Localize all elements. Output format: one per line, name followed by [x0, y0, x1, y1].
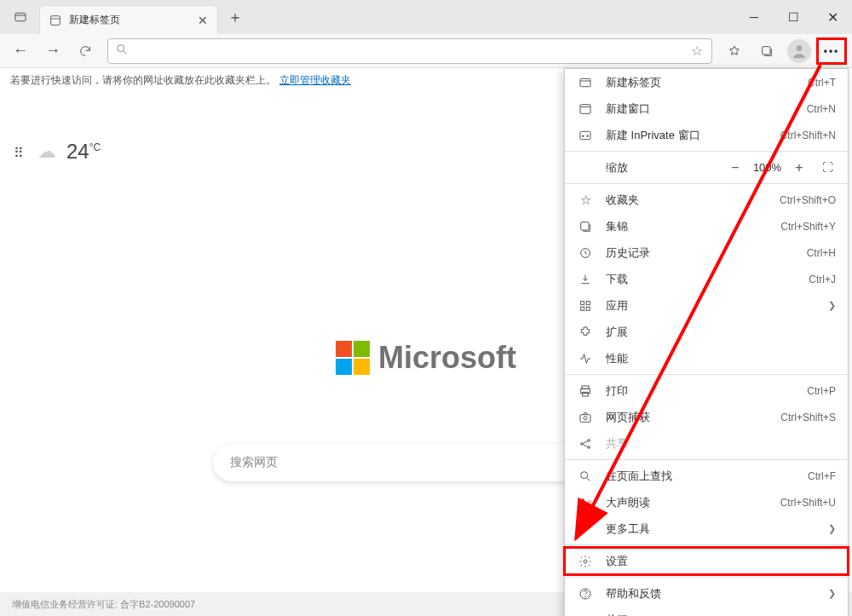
svg-rect-6: [580, 104, 590, 113]
favorite-star-icon[interactable]: ☆: [688, 43, 706, 59]
menu-new-inprivate[interactable]: 新建 InPrivate 窗口 Ctrl+Shift+N: [565, 122, 848, 148]
menu-favorites[interactable]: ☆ 收藏夹 Ctrl+Shift+O: [565, 187, 848, 213]
share-icon: [577, 435, 594, 452]
manage-favorites-link[interactable]: 立即管理收藏夹: [279, 73, 351, 88]
overflow-menu: 新建标签页 Ctrl+T 新建窗口 Ctrl+N 新建 InPrivate 窗口…: [564, 68, 849, 616]
profile-avatar[interactable]: [787, 39, 811, 63]
address-bar[interactable]: ☆: [107, 38, 712, 64]
menu-performance[interactable]: 性能: [565, 345, 848, 371]
page-icon: [49, 14, 62, 27]
settings-menu-button[interactable]: •••: [816, 37, 847, 65]
svg-rect-3: [763, 46, 770, 54]
svg-point-23: [588, 446, 590, 448]
camera-icon: [577, 409, 594, 426]
browser-tab[interactable]: 新建标签页 ✕: [39, 5, 218, 34]
download-icon: [577, 271, 594, 288]
back-button[interactable]: ←: [5, 37, 36, 65]
svg-rect-14: [581, 307, 584, 310]
refresh-button[interactable]: [70, 37, 101, 65]
menu-read-aloud[interactable]: A)) 大声朗读 Ctrl+Shift+U: [565, 489, 848, 515]
svg-rect-12: [581, 301, 584, 304]
svg-rect-5: [580, 78, 590, 86]
microsoft-logo-icon: [336, 341, 370, 375]
menu-zoom-row: 缩放 − 100% + ⛶: [565, 154, 848, 181]
fullscreen-button[interactable]: ⛶: [819, 161, 836, 174]
minimize-button[interactable]: ─: [734, 0, 774, 34]
chevron-right-icon: ❯: [828, 300, 836, 311]
inprivate-icon: [577, 127, 594, 144]
menu-help[interactable]: 帮助和反馈 ❯: [565, 580, 848, 607]
menu-new-tab[interactable]: 新建标签页 Ctrl+T: [565, 69, 848, 95]
svg-rect-1: [51, 15, 60, 25]
tab-actions-button[interactable]: [7, 3, 34, 31]
apps-icon: [577, 297, 594, 314]
menu-downloads[interactable]: 下载 Ctrl+J: [565, 266, 848, 292]
gear-icon: [577, 553, 594, 570]
menu-web-capture[interactable]: 网页捕获 Ctrl+Shift+S: [565, 404, 848, 430]
menu-apps[interactable]: 应用 ❯: [565, 292, 848, 319]
collections-icon: [577, 218, 594, 235]
search-placeholder: 搜索网页: [230, 455, 278, 470]
zoom-value: 100%: [748, 161, 786, 174]
weather-widget[interactable]: ⠿ ☁ 24°C: [14, 140, 101, 164]
performance-icon: [577, 350, 594, 367]
svg-rect-13: [586, 301, 590, 304]
svg-rect-0: [15, 13, 26, 20]
svg-point-21: [581, 442, 584, 445]
menu-close-edge[interactable]: 关闭 Microsoft Edge: [565, 607, 848, 616]
menu-share: 共享: [565, 430, 848, 457]
svg-rect-19: [580, 414, 590, 422]
weather-cloud-icon: ☁: [37, 141, 56, 163]
read-aloud-icon: A)): [577, 494, 594, 511]
chevron-right-icon: ❯: [828, 523, 836, 534]
favorites-hint-text: 若要进行快速访问，请将你的网址收藏放在此收藏夹栏上。: [10, 73, 276, 88]
svg-rect-18: [583, 392, 589, 396]
maximize-button[interactable]: ☐: [774, 0, 813, 34]
license-text: 增值电信业务经营许可证: 合字B2-20090007: [12, 598, 195, 611]
tab-title: 新建标签页: [69, 13, 195, 27]
extensions-icon: [577, 324, 594, 341]
search-icon: [113, 43, 130, 60]
menu-new-window[interactable]: 新建窗口 Ctrl+N: [565, 95, 848, 122]
find-icon: [577, 468, 594, 485]
favorites-button[interactable]: [719, 37, 750, 65]
zoom-label: 缩放: [606, 160, 722, 176]
apps-grid-icon[interactable]: ⠿: [14, 145, 27, 158]
forward-button[interactable]: →: [37, 37, 68, 65]
tab-close-button[interactable]: ✕: [195, 13, 210, 28]
print-icon: [577, 383, 594, 400]
svg-point-20: [584, 416, 587, 419]
menu-settings[interactable]: 设置: [565, 548, 848, 574]
microsoft-logo-text: Microsoft: [378, 340, 516, 376]
star-icon: ☆: [577, 192, 594, 209]
chevron-right-icon: ❯: [828, 588, 836, 599]
zoom-in-button[interactable]: +: [786, 160, 812, 176]
new-tab-button[interactable]: ＋: [222, 3, 249, 31]
collections-button[interactable]: [751, 37, 782, 65]
menu-more-tools[interactable]: 更多工具 ❯: [565, 515, 848, 542]
menu-find-on-page[interactable]: 在页面上查找 Ctrl+F: [565, 463, 848, 489]
zoom-out-button[interactable]: −: [722, 160, 748, 176]
svg-point-22: [588, 439, 590, 441]
history-icon: [577, 245, 594, 262]
svg-point-9: [587, 135, 589, 136]
microsoft-logo: Microsoft: [336, 340, 516, 376]
svg-point-27: [585, 596, 586, 597]
menu-collections[interactable]: 集锦 Ctrl+Shift+Y: [565, 213, 848, 239]
toolbar: ← → ☆ •••: [0, 34, 852, 68]
help-icon: [577, 585, 594, 602]
new-window-icon: [577, 101, 594, 118]
menu-extensions[interactable]: 扩展: [565, 319, 848, 345]
svg-rect-7: [580, 131, 590, 139]
menu-print[interactable]: 打印 Ctrl+P: [565, 377, 848, 404]
svg-point-4: [797, 45, 803, 51]
svg-point-24: [581, 471, 588, 478]
close-window-button[interactable]: ✕: [813, 0, 852, 34]
svg-point-25: [584, 560, 587, 563]
svg-point-8: [583, 135, 584, 136]
svg-rect-10: [581, 222, 589, 229]
svg-point-2: [118, 44, 124, 51]
titlebar: 新建标签页 ✕ ＋ ─ ☐ ✕: [0, 0, 852, 34]
window-controls: ─ ☐ ✕: [734, 0, 852, 34]
menu-history[interactable]: 历史记录 Ctrl+H: [565, 239, 848, 266]
